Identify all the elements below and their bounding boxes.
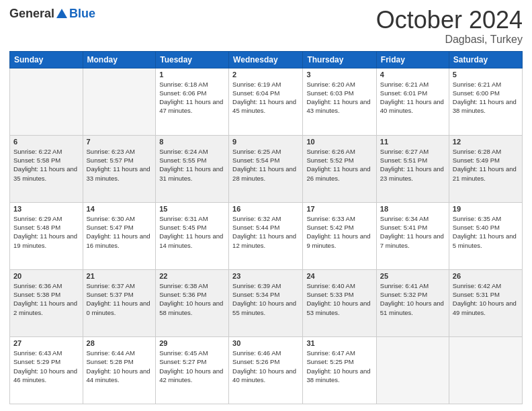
calendar-cell: 27Sunrise: 6:43 AMSunset: 5:29 PMDayligh… bbox=[10, 336, 83, 404]
day-info: Sunrise: 6:21 AMSunset: 6:00 PMDaylight:… bbox=[453, 80, 519, 116]
weekday-thursday: Thursday bbox=[303, 51, 376, 68]
weekday-tuesday: Tuesday bbox=[156, 51, 229, 68]
day-number: 21 bbox=[87, 272, 152, 280]
day-info: Sunrise: 6:33 AMSunset: 5:42 PMDaylight:… bbox=[306, 214, 372, 250]
calendar-cell: 7Sunrise: 6:23 AMSunset: 5:57 PMDaylight… bbox=[83, 135, 156, 202]
day-number: 5 bbox=[453, 71, 519, 79]
week-row-2: 6Sunrise: 6:22 AMSunset: 5:58 PMDaylight… bbox=[10, 135, 523, 202]
logo: General Blue bbox=[9, 7, 95, 21]
day-number: 4 bbox=[380, 71, 445, 79]
weekday-sunday: Sunday bbox=[10, 51, 83, 68]
calendar-cell: 14Sunrise: 6:30 AMSunset: 5:47 PMDayligh… bbox=[83, 202, 156, 269]
day-number: 11 bbox=[380, 138, 445, 146]
day-info: Sunrise: 6:26 AMSunset: 5:52 PMDaylight:… bbox=[306, 147, 372, 183]
logo-general: General bbox=[9, 7, 54, 21]
day-info: Sunrise: 6:40 AMSunset: 5:33 PMDaylight:… bbox=[306, 281, 372, 317]
day-number: 6 bbox=[13, 138, 79, 146]
calendar-cell: 4Sunrise: 6:21 AMSunset: 6:01 PMDaylight… bbox=[376, 68, 449, 135]
day-number: 13 bbox=[13, 205, 79, 213]
weekday-monday: Monday bbox=[83, 51, 156, 68]
day-info: Sunrise: 6:44 AMSunset: 5:28 PMDaylight:… bbox=[87, 349, 152, 384]
day-number: 29 bbox=[159, 339, 225, 347]
day-number: 31 bbox=[306, 339, 372, 347]
day-number: 19 bbox=[453, 205, 519, 213]
week-row-3: 13Sunrise: 6:29 AMSunset: 5:48 PMDayligh… bbox=[10, 202, 523, 269]
day-number: 27 bbox=[13, 339, 79, 347]
day-info: Sunrise: 6:24 AMSunset: 5:55 PMDaylight:… bbox=[159, 147, 225, 183]
week-row-4: 20Sunrise: 6:36 AMSunset: 5:38 PMDayligh… bbox=[10, 269, 523, 336]
day-number: 15 bbox=[159, 205, 225, 213]
day-number: 20 bbox=[13, 272, 79, 280]
svg-marker-0 bbox=[56, 9, 67, 18]
calendar-cell: 20Sunrise: 6:36 AMSunset: 5:38 PMDayligh… bbox=[10, 269, 83, 336]
location-title: Dagbasi, Turkey bbox=[376, 34, 523, 46]
day-number: 26 bbox=[453, 272, 519, 280]
calendar-cell: 29Sunrise: 6:45 AMSunset: 5:27 PMDayligh… bbox=[156, 336, 229, 404]
logo-icon bbox=[55, 7, 69, 21]
day-number: 8 bbox=[159, 138, 225, 146]
calendar-cell: 30Sunrise: 6:46 AMSunset: 5:26 PMDayligh… bbox=[229, 336, 303, 404]
day-number: 25 bbox=[380, 272, 445, 280]
day-number: 28 bbox=[87, 339, 152, 347]
calendar-cell: 16Sunrise: 6:32 AMSunset: 5:44 PMDayligh… bbox=[229, 202, 303, 269]
day-info: Sunrise: 6:42 AMSunset: 5:31 PMDaylight:… bbox=[453, 281, 519, 317]
calendar-cell: 17Sunrise: 6:33 AMSunset: 5:42 PMDayligh… bbox=[303, 202, 376, 269]
logo-area: General Blue bbox=[9, 7, 95, 21]
calendar-cell bbox=[449, 336, 522, 404]
calendar-cell bbox=[83, 68, 156, 135]
day-number: 23 bbox=[232, 272, 299, 280]
day-info: Sunrise: 6:21 AMSunset: 6:01 PMDaylight:… bbox=[380, 80, 445, 116]
calendar-cell: 3Sunrise: 6:20 AMSunset: 6:03 PMDaylight… bbox=[303, 68, 376, 135]
calendar-cell: 26Sunrise: 6:42 AMSunset: 5:31 PMDayligh… bbox=[449, 269, 522, 336]
day-info: Sunrise: 6:39 AMSunset: 5:34 PMDaylight:… bbox=[232, 281, 299, 317]
day-info: Sunrise: 6:38 AMSunset: 5:36 PMDaylight:… bbox=[159, 281, 225, 317]
calendar-cell bbox=[10, 68, 83, 135]
title-area: October 2024 Dagbasi, Turkey bbox=[376, 7, 523, 46]
calendar-cell: 13Sunrise: 6:29 AMSunset: 5:48 PMDayligh… bbox=[10, 202, 83, 269]
calendar-cell: 23Sunrise: 6:39 AMSunset: 5:34 PMDayligh… bbox=[229, 269, 303, 336]
day-info: Sunrise: 6:37 AMSunset: 5:37 PMDaylight:… bbox=[87, 281, 152, 317]
day-number: 30 bbox=[232, 339, 299, 347]
day-number: 10 bbox=[306, 138, 372, 146]
day-info: Sunrise: 6:25 AMSunset: 5:54 PMDaylight:… bbox=[232, 147, 299, 183]
day-number: 24 bbox=[306, 272, 372, 280]
calendar-cell: 11Sunrise: 6:27 AMSunset: 5:51 PMDayligh… bbox=[376, 135, 449, 202]
day-number: 12 bbox=[453, 138, 519, 146]
page: General Blue October 2024 Dagbasi, Turke… bbox=[0, 0, 532, 411]
day-info: Sunrise: 6:35 AMSunset: 5:40 PMDaylight:… bbox=[453, 214, 519, 250]
calendar-cell: 5Sunrise: 6:21 AMSunset: 6:00 PMDaylight… bbox=[449, 68, 522, 135]
calendar-cell bbox=[376, 336, 449, 404]
day-info: Sunrise: 6:28 AMSunset: 5:49 PMDaylight:… bbox=[453, 147, 519, 183]
calendar-cell: 2Sunrise: 6:19 AMSunset: 6:04 PMDaylight… bbox=[229, 68, 303, 135]
calendar-cell: 24Sunrise: 6:40 AMSunset: 5:33 PMDayligh… bbox=[303, 269, 376, 336]
day-info: Sunrise: 6:45 AMSunset: 5:27 PMDaylight:… bbox=[159, 349, 225, 384]
day-info: Sunrise: 6:32 AMSunset: 5:44 PMDaylight:… bbox=[232, 214, 299, 250]
day-number: 1 bbox=[159, 71, 225, 79]
day-info: Sunrise: 6:30 AMSunset: 5:47 PMDaylight:… bbox=[87, 214, 152, 250]
day-info: Sunrise: 6:19 AMSunset: 6:04 PMDaylight:… bbox=[232, 80, 299, 116]
calendar-cell: 1Sunrise: 6:18 AMSunset: 6:06 PMDaylight… bbox=[156, 68, 229, 135]
header: General Blue October 2024 Dagbasi, Turke… bbox=[9, 7, 523, 46]
calendar-cell: 22Sunrise: 6:38 AMSunset: 5:36 PMDayligh… bbox=[156, 269, 229, 336]
day-info: Sunrise: 6:23 AMSunset: 5:57 PMDaylight:… bbox=[87, 147, 152, 183]
day-info: Sunrise: 6:46 AMSunset: 5:26 PMDaylight:… bbox=[232, 349, 299, 384]
calendar-cell: 6Sunrise: 6:22 AMSunset: 5:58 PMDaylight… bbox=[10, 135, 83, 202]
day-number: 9 bbox=[232, 138, 299, 146]
calendar-cell: 8Sunrise: 6:24 AMSunset: 5:55 PMDaylight… bbox=[156, 135, 229, 202]
day-number: 3 bbox=[306, 71, 372, 79]
calendar-cell: 9Sunrise: 6:25 AMSunset: 5:54 PMDaylight… bbox=[229, 135, 303, 202]
day-info: Sunrise: 6:43 AMSunset: 5:29 PMDaylight:… bbox=[13, 349, 79, 384]
day-number: 14 bbox=[87, 205, 152, 213]
logo-blue: Blue bbox=[69, 7, 95, 21]
day-info: Sunrise: 6:34 AMSunset: 5:41 PMDaylight:… bbox=[380, 214, 445, 250]
week-row-1: 1Sunrise: 6:18 AMSunset: 6:06 PMDaylight… bbox=[10, 68, 523, 135]
calendar-table: SundayMondayTuesdayWednesdayThursdayFrid… bbox=[9, 51, 523, 404]
calendar-cell: 25Sunrise: 6:41 AMSunset: 5:32 PMDayligh… bbox=[376, 269, 449, 336]
day-info: Sunrise: 6:36 AMSunset: 5:38 PMDaylight:… bbox=[13, 281, 79, 317]
weekday-header-row: SundayMondayTuesdayWednesdayThursdayFrid… bbox=[10, 51, 523, 68]
day-info: Sunrise: 6:20 AMSunset: 6:03 PMDaylight:… bbox=[306, 80, 372, 116]
day-info: Sunrise: 6:27 AMSunset: 5:51 PMDaylight:… bbox=[380, 147, 445, 183]
calendar-cell: 21Sunrise: 6:37 AMSunset: 5:37 PMDayligh… bbox=[83, 269, 156, 336]
day-number: 17 bbox=[306, 205, 372, 213]
day-number: 7 bbox=[87, 138, 152, 146]
